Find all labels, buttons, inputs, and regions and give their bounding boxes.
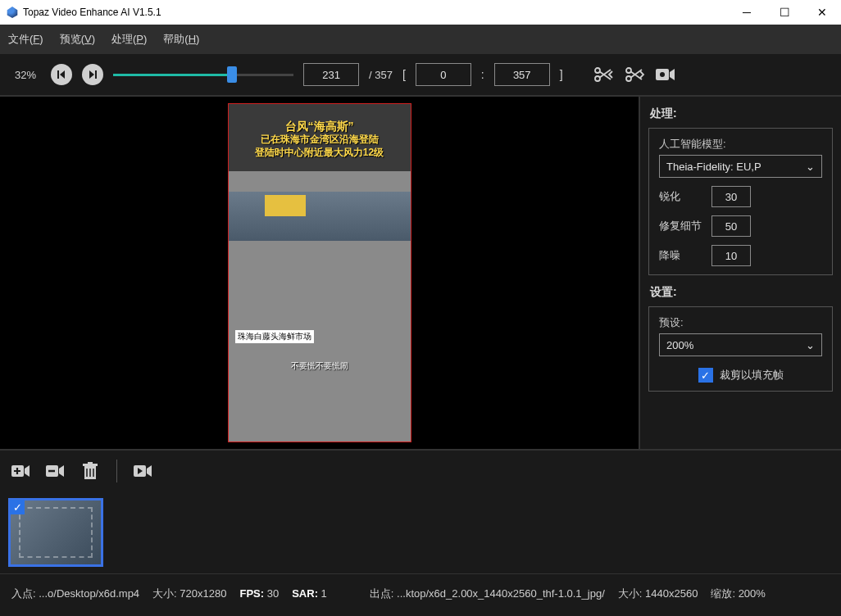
out-size: 大小: 1440x2560 [618,587,698,601]
menubar: 文件(F) 预览(V) 处理(P) 帮助(H) [0,25,841,54]
svg-rect-12 [88,462,93,464]
video-frame: 台风“海高斯” 已在珠海市金湾区沿海登陆 登陆时中心附近最大风力12级 珠海白藤… [228,103,411,442]
app-logo-icon [7,7,18,18]
bracket-open: [ [402,68,406,81]
sharpen-input[interactable] [711,186,751,207]
svg-rect-1 [95,70,97,79]
skip-prev-icon [57,70,66,79]
sharpen-label: 锐化 [659,189,705,204]
svg-rect-11 [83,464,98,466]
remove-clip-button[interactable] [44,460,67,482]
clip-checkbox[interactable]: ✓ [10,500,25,514]
denoise-label: 降噪 [659,248,705,263]
titlebar: Topaz Video Enhance AI V1.5.1 ─ ☐ ✕ [0,0,841,25]
clip-item[interactable]: ✓ [8,498,103,567]
preset-label: 预设: [659,316,684,328]
svg-point-7 [660,72,665,77]
prev-frame-button[interactable] [51,64,72,85]
window-title: Topaz Video Enhance AI V1.5.1 [23,7,728,18]
skip-next-icon [88,70,98,79]
next-frame-button[interactable] [82,64,103,85]
timeline-slider[interactable] [113,66,293,83]
close-button[interactable]: ✕ [803,0,841,25]
video-caption-2: 不要慌不要慌闹 [229,360,411,372]
menu-file[interactable]: 文件(F) [8,32,43,47]
set-in-button[interactable] [593,64,614,85]
settings-panel: 预设: 200% ⌄ ✓ 裁剪以填充帧 [648,306,833,392]
in-frame-input[interactable] [416,63,471,86]
scissors-in-icon [593,66,614,83]
crop-checkbox[interactable]: ✓ [698,368,713,383]
timeline-thumb[interactable] [227,66,237,83]
menu-preview[interactable]: 预览(V) [60,32,95,47]
restore-input[interactable] [711,215,751,237]
out-frame-input[interactable] [494,63,550,86]
settings-title: 设置: [650,285,833,300]
chevron-down-icon: ⌄ [806,161,815,173]
zoom-level: 32% [15,69,36,81]
add-clip-button[interactable] [10,460,33,482]
main-area: 台风“海高斯” 已在珠海市金湾区沿海登陆 登陆时中心附近最大风力12级 珠海白藤… [0,97,841,449]
minimize-button[interactable]: ─ [728,0,766,25]
video-viewport[interactable]: 台风“海高斯” 已在珠海市金湾区沿海登陆 登陆时中心附近最大风力12级 珠海白藤… [0,97,639,449]
maximize-button[interactable]: ☐ [766,0,803,25]
processing-panel: 人工智能模型: Theia-Fidelity: EU,P ⌄ 锐化 修复细节 降… [648,128,833,275]
model-label: 人工智能模型: [659,138,726,150]
video-overlay-text: 台风“海高斯” 已在珠海市金湾区沿海登陆 登陆时中心附近最大风力12级 [229,119,411,159]
status-bar: 入点: ...o/Desktop/x6d.mp4 大小: 720x1280 FP… [0,573,841,613]
in-point-label: 入点: ...o/Desktop/x6d.mp4 [11,587,139,601]
clip-toolbar [0,449,841,491]
menu-process[interactable]: 处理(P) [111,32,147,47]
preset-dropdown[interactable]: 200% ⌄ [659,333,822,356]
menu-help[interactable]: 帮助(H) [163,32,199,47]
trash-icon [82,462,98,480]
model-dropdown[interactable]: Theia-Fidelity: EU,P ⌄ [659,155,822,178]
clips-panel: ✓ [0,491,841,573]
side-panel: 处理: 人工智能模型: Theia-Fidelity: EU,P ⌄ 锐化 修复… [639,97,841,449]
camera-remove-icon [45,464,66,478]
record-button[interactable] [655,64,676,85]
camera-record-icon [655,67,676,82]
scale: 缩放: 200% [711,587,766,601]
chevron-down-icon: ⌄ [806,339,815,351]
out-point-label: 出点: ...ktop/x6d_2.00x_1440x2560_thf-1.0.… [370,587,605,601]
processing-title: 处理: [650,106,833,121]
camera-play-icon [133,464,154,478]
in-size: 大小: 720x1280 [152,587,226,601]
video-caption-1: 珠海白藤头海鲜市场 [235,330,314,343]
restore-label: 修复细节 [659,219,705,233]
crop-label: 裁剪以填充帧 [720,368,784,383]
delete-clip-button[interactable] [79,460,102,482]
scissors-out-icon [624,66,645,83]
camera-add-icon [11,464,32,478]
denoise-input[interactable] [711,245,751,266]
total-frames: / 357 [369,69,393,81]
toolbar: 32% / 357 [ : ] [0,54,841,97]
play-clip-button[interactable] [132,460,155,482]
set-out-button[interactable] [624,64,645,85]
sar: SAR: 1 [292,587,327,600]
bracket-close: ] [560,68,563,81]
current-frame-input[interactable] [303,63,359,86]
fps: FPS: 30 [239,587,279,600]
svg-rect-0 [57,70,59,79]
